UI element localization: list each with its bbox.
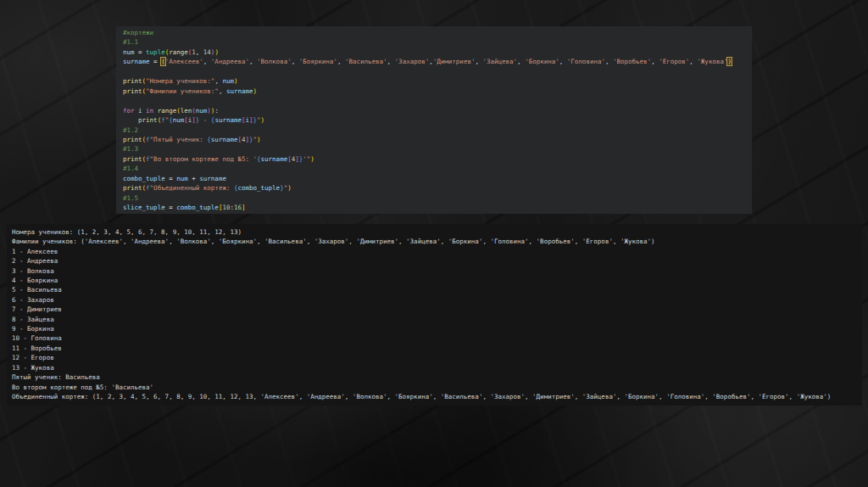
code-line: slice_tuple = combo_tuple[10:16] [123,203,752,212]
code-line: print("Номера учеников:", num) [123,76,752,86]
code-line: print("Фамилии учеников:", surname) [123,87,752,96]
console-line: Объединенный кортеж: (1, 2, 3, 4, 5, 6, … [12,392,862,401]
console-line: 12 - Егоров [12,353,862,362]
code-line: surname = ('Алексеев', 'Андреева', 'Волк… [123,57,752,66]
code-editor-panel[interactable]: #кортежи#1.1num = tuple(range(1, 14))sur… [116,26,752,214]
code-line: #1.2 [123,126,752,135]
code-line: print(f"Во втором кортеже под №5: '{surn… [123,154,752,164]
code-line: #1.1 [123,37,752,47]
code-line: #кортежи [123,28,752,37]
code-line [123,67,752,76]
console-line: 8 - Зайцева [12,315,862,324]
code-line: print(f"Объединенный кортеж: {combo_tupl… [123,183,752,193]
code-line: combo_tuple = num + surname [123,174,752,183]
desktop-background: #кортежи#1.1num = tuple(range(1, 14))sur… [0,0,868,487]
console-line: 7 - Димитриев [12,305,862,314]
code-line: #1.5 [123,193,752,203]
console-line: Во втором кортеже под №5: 'Васильева' [12,383,862,392]
console-line: 10 - Головина [12,333,862,343]
console-output-panel: Номера учеников: (1, 2, 3, 4, 5, 6, 7, 8… [7,224,862,406]
console-line: 3 - Волкова [12,266,862,276]
console-line: Фамилии учеников: ('Алексеев', 'Андреева… [12,237,862,246]
code-line: #1.3 [123,144,752,154]
code-line: print(f"{num[i]} - {surname[i]}") [123,115,752,125]
console-line: Пятый ученик: Васильева [12,372,862,382]
console-line: 5 - Васильева [12,285,862,294]
console-line: 13 - Жукова [12,363,862,372]
code-line: print(f"Пятый ученик: {surname[4]}") [123,135,752,144]
console-line: 4 - Бояркина [12,276,862,285]
console-line: 6 - Захаров [12,295,862,305]
console-line: 11 - Воробьев [12,344,862,353]
code-line [123,96,752,105]
code-line: for i in range(len(num)): [123,106,752,115]
console-line: Номера учеников: (1, 2, 3, 4, 5, 6, 7, 8… [12,227,862,237]
console-line: 1 - Алексеев [12,247,862,256]
code-line: num = tuple(range(1, 14)) [123,48,752,57]
console-line: 2 - Андреева [12,256,862,266]
console-lines: Номера учеников: (1, 2, 3, 4, 5, 6, 7, 8… [12,227,862,401]
code-lines: #кортежи#1.1num = tuple(range(1, 14))sur… [123,28,752,213]
code-line: #1.4 [123,164,752,173]
console-line: 9 - Боркина [12,324,862,333]
